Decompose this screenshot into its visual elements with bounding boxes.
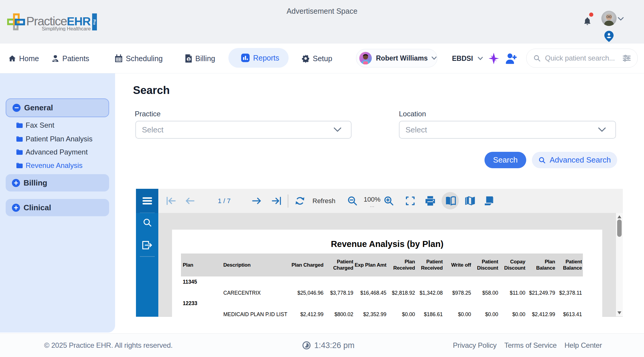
svg-text:Pro: Pro <box>93 19 96 25</box>
svg-text:$: $ <box>188 58 190 62</box>
svg-text:Simplifying Healthcare: Simplifying Healthcare <box>42 26 91 31</box>
